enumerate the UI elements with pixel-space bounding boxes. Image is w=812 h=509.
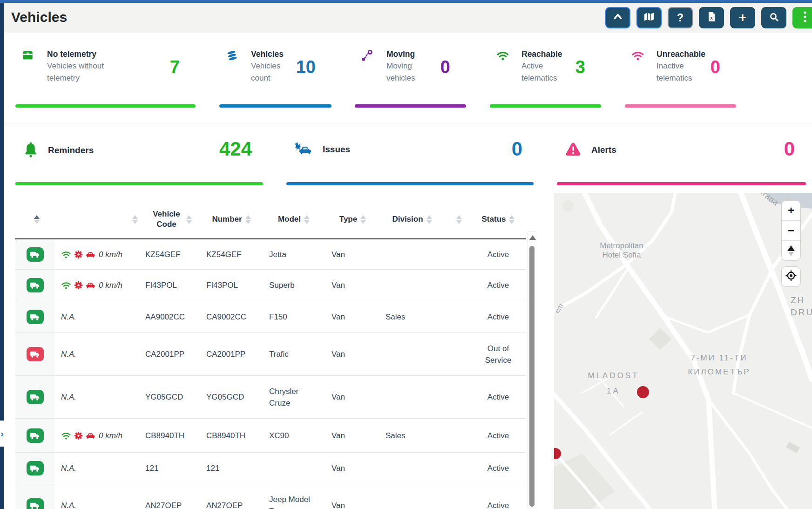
scrollbar-thumb[interactable] [529, 246, 535, 507]
cell-extra [445, 453, 470, 484]
cell-status: Active [470, 484, 526, 509]
kpi-subtitle: Inactive telematics [656, 60, 703, 84]
sidebar-expand-handle[interactable]: › [0, 421, 8, 447]
summary-value: 0 [784, 138, 795, 160]
table-scrollbar[interactable] [528, 231, 536, 509]
cell-status: Active [470, 270, 526, 301]
kpi-value: 10 [296, 57, 316, 77]
column-header-icon[interactable] [15, 215, 54, 224]
kpi-card-vehicles[interactable]: VehiclesVehicles count 10 [219, 44, 332, 108]
wifi-icon [496, 50, 509, 63]
column-header-number[interactable]: Number [201, 215, 262, 224]
summary-card-issues[interactable]: Issues 0 [286, 126, 534, 185]
summary-accent-bar [286, 182, 534, 185]
cell-type: Van [326, 376, 379, 418]
telemetry-cell: N.A. [54, 301, 141, 333]
table-row[interactable]: N.A.AA9002CCCA9002CCF150VanSalesActive [15, 301, 526, 333]
kpi-accent-bar [490, 104, 601, 108]
alert-triangle-icon [565, 142, 581, 158]
kpi-subtitle: Active telematics [521, 60, 568, 84]
column-header-vehicle-code[interactable]: Vehicle Code [141, 209, 201, 230]
more-options-button[interactable] [792, 7, 812, 28]
column-header-type[interactable]: Type [326, 215, 379, 224]
map-district-label: ZH DRUZ [791, 294, 812, 319]
column-header-extra[interactable] [445, 215, 470, 224]
truck-badge-icon [27, 498, 44, 509]
table-row[interactable]: N.A.CA2001PPCA2001PPTraficVanOut of Serv… [15, 333, 526, 376]
truck-badge-icon [27, 247, 44, 262]
zoom-out-button[interactable]: − [782, 221, 800, 241]
telemetry-cell: N.A. [54, 453, 141, 484]
kpi-title: Moving [386, 48, 433, 60]
na-label: N.A. [61, 391, 76, 403]
table-row[interactable]: 0 km/hKZ54GEFKZ54GEFJettaVanActive [15, 239, 526, 270]
kebab-menu-icon [804, 11, 806, 24]
kpi-accent-bar [355, 104, 466, 108]
export-excel-button[interactable]: x [699, 7, 724, 28]
cell-vehicle_code: CA2001PP [141, 333, 201, 375]
summary-label: Issues [323, 144, 350, 155]
table-row[interactable]: N.A.YG05GCDYG05GCDChrysler CruzeVanActiv… [15, 376, 526, 419]
kpi-card-no-telemetry[interactable]: No telemetryVehicles without telemetry 7 [15, 44, 196, 108]
table-row[interactable]: 0 km/hFI43POLFI43POLSuperbVanActive [15, 270, 526, 301]
sort-icon [509, 215, 514, 224]
cell-division [379, 453, 445, 484]
map-district-label: 7-МИ 11-ТИ КИЛОМЕТЪР [676, 351, 762, 379]
table-row[interactable]: N.A.AN27OEPAN27OEPJeep Model TVanActive [15, 484, 526, 509]
kpi-title: Reachable [521, 48, 568, 60]
cell-number: FI43POL [201, 270, 262, 301]
cell-vehicle_code: FI43POL [141, 270, 201, 301]
kpi-card-unreachable[interactable]: UnreachableInactive telematics 0 [625, 44, 736, 108]
summary-label: Reminders [48, 145, 94, 156]
cell-number: CA9002CC [201, 301, 262, 333]
cell-division [379, 484, 445, 509]
search-button[interactable] [761, 7, 786, 28]
cell-model [262, 453, 326, 484]
column-header-model[interactable]: Model [262, 215, 326, 224]
summary-card-alerts[interactable]: Alerts 0 [557, 126, 806, 185]
cell-extra [445, 239, 470, 269]
cell-type: Van [326, 270, 379, 301]
table-row[interactable]: 0 km/hCB8940THCB8940THXC90VanSalesActive [15, 419, 526, 453]
vehicle-icon-cell [15, 453, 54, 484]
cell-type: Van [326, 484, 379, 509]
kpi-value: 7 [170, 57, 180, 77]
cell-number: CB8940TH [201, 419, 262, 452]
excel-file-icon: x [707, 12, 716, 24]
map-icon [643, 12, 655, 23]
zoom-in-button[interactable]: + [782, 201, 800, 221]
column-header-division[interactable]: Division [379, 215, 445, 224]
sort-icon [132, 215, 138, 224]
table-row[interactable]: N.A.121121VanActive [15, 453, 526, 484]
speed-label: 0 km/h [99, 249, 122, 260]
summary-card-reminders[interactable]: Reminders 424 [15, 126, 263, 185]
telemetry-cell: 0 km/h [54, 270, 141, 301]
telemetry-cell: N.A. [54, 484, 141, 509]
na-label: N.A. [61, 500, 76, 509]
table-body: 0 km/hKZ54GEFKZ54GEFJettaVanActive 0 km/… [15, 239, 526, 509]
map-view-button[interactable] [636, 7, 662, 28]
collapse-button[interactable] [605, 7, 630, 28]
truck-badge-icon [27, 390, 44, 404]
help-button[interactable]: ? [668, 7, 693, 28]
kpi-card-moving[interactable]: MovingMoving vehicles 0 [355, 44, 466, 108]
cell-model: F150 [262, 301, 326, 333]
map-panel[interactable]: Tirana em Metropolitan Hotel Sofia MLADO… [554, 193, 812, 509]
column-header-telemetry[interactable] [54, 215, 141, 224]
cell-extra [445, 484, 470, 509]
vehicle-icon-cell [15, 333, 54, 375]
compass-button[interactable] [782, 241, 800, 260]
column-header-status[interactable]: Status [470, 215, 526, 224]
sort-icon [360, 215, 366, 224]
cell-number: YG05GCD [201, 376, 262, 418]
scrollbar-up-arrow-icon[interactable] [529, 235, 536, 240]
add-button[interactable]: + [730, 7, 755, 28]
truck-badge-icon [27, 310, 44, 324]
speed-label: 0 km/h [99, 430, 122, 441]
locate-button[interactable] [781, 266, 801, 287]
sort-icon [245, 215, 251, 224]
cell-division [379, 333, 445, 375]
kpi-card-reachable[interactable]: ReachableActive telematics 3 [490, 44, 601, 108]
cell-division: Sales [379, 301, 445, 333]
cell-extra [445, 419, 470, 452]
